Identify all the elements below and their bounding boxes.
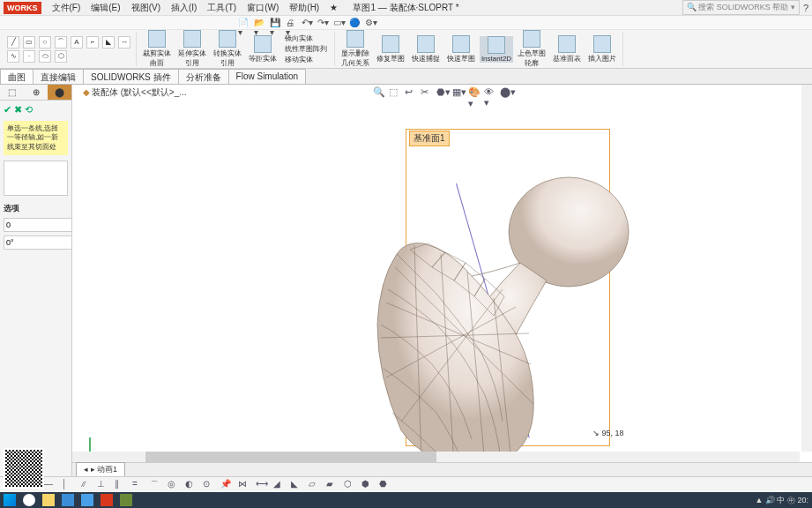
options-header[interactable]: 选项 (4, 203, 68, 214)
task-app1-icon[interactable] (58, 492, 78, 508)
rel-a-icon[interactable]: ◢ (273, 479, 286, 491)
rel-c-icon[interactable]: ▱ (309, 479, 321, 491)
panel-tab-prop-icon[interactable]: ⊕ (24, 85, 48, 100)
selection-box[interactable] (4, 161, 68, 196)
angle-field[interactable] (4, 235, 71, 250)
offset-button[interactable]: 等距实体 (246, 35, 279, 64)
menu-tools[interactable]: 工具(T) (202, 2, 242, 14)
relations-button[interactable]: 显示删除几何关系 (339, 30, 372, 68)
offset-field[interactable] (4, 218, 71, 232)
move-label[interactable]: 移动实体 (285, 55, 327, 64)
display-icon[interactable]: ▦▾ (452, 86, 465, 99)
orient-icon[interactable]: ⬣▾ (436, 86, 449, 99)
shade-button[interactable]: 上色草图轮廓 (515, 30, 548, 68)
point-icon[interactable]: · (23, 50, 35, 63)
panel-tab-feature-icon[interactable]: ⬚ (0, 85, 24, 100)
collinear-icon[interactable]: ⫽ (79, 479, 92, 491)
plane-table-button[interactable]: 基准面表 (550, 35, 584, 64)
pattern-label[interactable]: 线性草图阵列 (285, 44, 327, 54)
menu-help[interactable]: 帮助(H) (284, 2, 324, 14)
task-app3-icon[interactable] (97, 492, 116, 508)
scene-icon[interactable]: 🎨▾ (468, 86, 480, 99)
spline-icon[interactable]: ∿ (7, 50, 19, 63)
fillet-icon[interactable]: ⌐ (86, 36, 99, 49)
start-button[interactable] (0, 492, 19, 508)
line-icon[interactable]: ╱ (7, 36, 19, 49)
tab-addins[interactable]: SOLIDWORKS 插件 (83, 69, 179, 84)
tab-flow[interactable]: Flow Simulation (228, 69, 307, 84)
rel-d-icon[interactable]: ▰ (326, 479, 339, 491)
appearance-icon[interactable]: ⬤▾ (500, 86, 512, 99)
zoom-fit-icon[interactable]: 🔍 (373, 86, 385, 99)
menu-view[interactable]: 视图(V) (126, 2, 166, 14)
new-icon[interactable]: 📄▾ (238, 18, 249, 28)
merge-icon[interactable]: ⋈ (238, 479, 250, 491)
chamfer-icon[interactable]: ◣ (102, 36, 115, 49)
select-icon[interactable]: ▭▾ (333, 18, 344, 28)
hide-icon[interactable]: 👁▾ (484, 86, 496, 99)
horizontal-icon[interactable]: — (44, 479, 56, 491)
dim-icon[interactable]: ↔ (118, 36, 130, 49)
task-app4-icon[interactable] (116, 492, 136, 508)
rel-e-icon[interactable]: ⬡ (344, 479, 356, 491)
snap-button[interactable]: 快速捕捉 (409, 35, 443, 64)
scrollbar-vertical[interactable] (801, 85, 812, 452)
menu-file[interactable]: 文件(F) (47, 2, 86, 14)
menu-edit[interactable]: 编辑(E) (86, 2, 125, 14)
system-tray[interactable]: ▲ 🔊 中 ㊥ 20: (756, 495, 812, 506)
rebuild-icon[interactable]: 🔵 (349, 18, 360, 28)
rel-b-icon[interactable]: ◣ (291, 479, 303, 491)
insert-image-button[interactable]: 插入图片 (585, 35, 619, 64)
tab-analysis[interactable]: 分析准备 (178, 69, 229, 84)
scrollbar-horizontal[interactable] (72, 452, 800, 462)
instant2d-button[interactable]: Instant2D (480, 36, 513, 63)
parallel-icon[interactable]: ∥ (115, 479, 127, 491)
undo-icon[interactable]: ↶▾ (302, 18, 312, 28)
fix-icon[interactable]: 📌 (220, 479, 233, 491)
menu-window[interactable]: 窗口(W) (242, 2, 284, 14)
rect-icon[interactable]: ▭ (23, 36, 35, 49)
tab-sketch[interactable]: 曲图 (0, 69, 34, 84)
search-input[interactable]: 🔍 搜索 SOLIDWORKS 帮助 ▾ (682, 0, 800, 15)
prev-view-icon[interactable]: ↩ (405, 86, 417, 99)
convert-button[interactable]: 转换实体引用 (211, 30, 244, 68)
midpoint-icon[interactable]: ◐ (185, 479, 197, 491)
rel-f-icon[interactable]: ⬢ (361, 479, 374, 491)
polygon-icon[interactable]: ⬡ (55, 50, 67, 63)
open-icon[interactable]: 📂▾ (254, 18, 264, 28)
task-explorer-icon[interactable] (39, 492, 58, 508)
zoom-area-icon[interactable]: ⬚ (389, 86, 401, 99)
rel-g-icon[interactable]: ⬣ (379, 479, 391, 491)
quicksketch-button[interactable]: 快速草图 (444, 35, 478, 64)
panel-tab-config-icon[interactable]: ⬤ (48, 85, 71, 100)
trim-button[interactable]: 裁剪实体曲面 (140, 30, 174, 68)
coincident-icon[interactable]: ⊙ (203, 479, 215, 491)
section-icon[interactable]: ✂ (421, 86, 433, 99)
circle-icon[interactable]: ○ (39, 36, 51, 49)
menu-insert[interactable]: 插入(I) (166, 2, 202, 14)
menu-star-icon[interactable]: ★ (324, 3, 343, 12)
mirror-label[interactable]: 镜向实体 (285, 34, 327, 43)
print-icon[interactable]: 🖨▾ (286, 18, 296, 28)
sym-icon[interactable]: ⟷ (256, 479, 268, 491)
breadcrumb[interactable]: ◆装配体 (默认<<默认>_... (83, 86, 187, 99)
equal-icon[interactable]: = (132, 479, 145, 491)
tangent-icon[interactable]: ⌒ (150, 479, 162, 491)
concentric-icon[interactable]: ◎ (168, 479, 180, 491)
tab-direct-edit[interactable]: 直接编辑 (33, 69, 84, 84)
plane-label[interactable]: 基准面1 (409, 131, 450, 146)
options-icon[interactable]: ⚙▾ (365, 18, 376, 28)
viewport[interactable]: ◆装配体 (默认<<默认>_... 🔍 ⬚ ↩ ✂ ⬣▾ ▦▾ 🎨▾ 👁▾ ⬤▾… (72, 85, 812, 476)
task-app2-icon[interactable] (78, 492, 97, 508)
task-search-icon[interactable] (19, 492, 39, 508)
text-icon[interactable]: A (71, 36, 83, 49)
model-geometry[interactable] (361, 148, 652, 466)
arc-icon[interactable]: ⌒ (55, 36, 67, 49)
extend-button[interactable]: 延伸实体引用 (175, 30, 209, 68)
motion-tab[interactable]: ◂ ▸ 动画1 (76, 462, 125, 477)
perpendicular-icon[interactable]: ⊥ (97, 479, 109, 491)
vertical-icon[interactable]: │ (62, 479, 74, 491)
help-icon[interactable]: ? (803, 3, 808, 13)
repair-button[interactable]: 修复草图 (374, 35, 407, 64)
save-icon[interactable]: 💾▾ (270, 18, 280, 28)
